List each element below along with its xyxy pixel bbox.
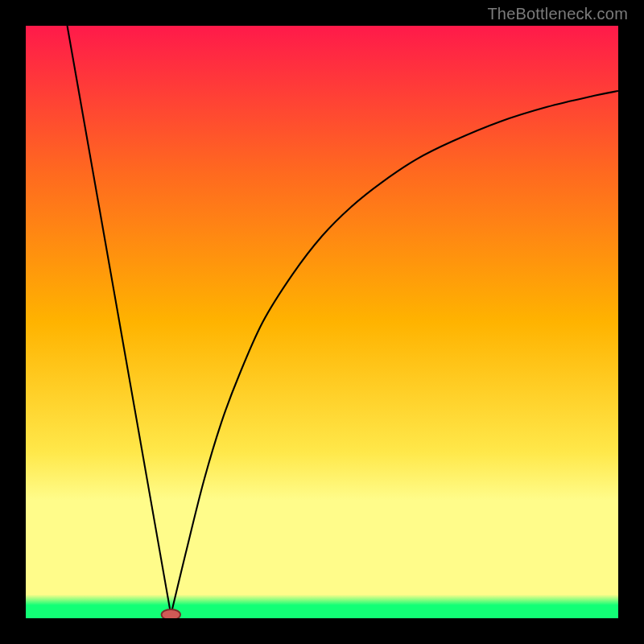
minimum-marker bbox=[162, 609, 181, 618]
bottleneck-chart bbox=[26, 26, 618, 618]
plot-area bbox=[26, 26, 618, 618]
watermark-text: TheBottleneck.com bbox=[487, 5, 628, 23]
chart-frame: { "watermark": "TheBottleneck.com", "col… bbox=[0, 0, 644, 644]
gradient-background bbox=[26, 26, 618, 618]
